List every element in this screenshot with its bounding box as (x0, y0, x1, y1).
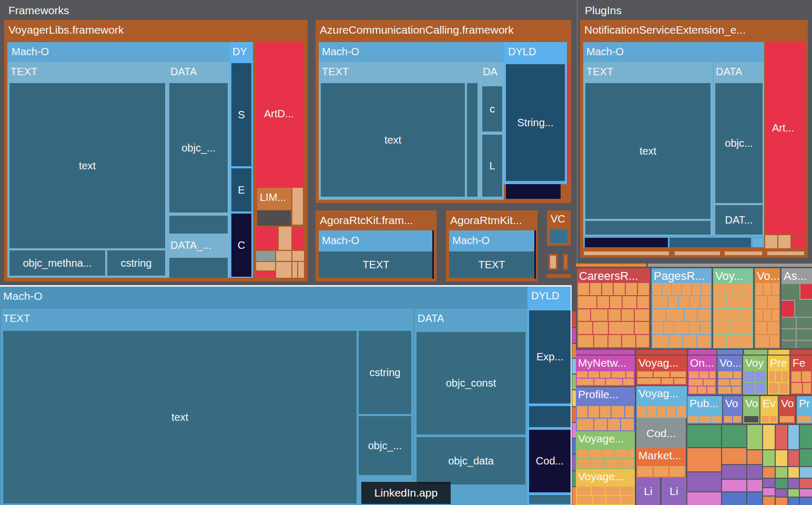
treemap-strip[interactable] (636, 350, 687, 355)
treemap-cell[interactable] (577, 487, 591, 495)
treemap-module[interactable]: Fe (790, 356, 812, 395)
treemap-cell[interactable] (578, 309, 590, 321)
treemap-cell[interactable] (711, 416, 721, 422)
treemap-cell[interactable] (699, 371, 709, 378)
treemap-cell[interactable] (590, 283, 601, 295)
treemap-cell[interactable] (590, 449, 601, 458)
treemap-cell[interactable] (622, 459, 634, 468)
treemap-node-plugin-text-seg[interactable]: text (585, 83, 710, 219)
treemap-node-agorartckit-text[interactable]: TEXT (319, 251, 433, 278)
treemap-cell[interactable] (606, 487, 620, 495)
treemap-cell[interactable] (788, 450, 799, 466)
treemap-cell[interactable] (770, 335, 779, 347)
treemap-cell[interactable] (762, 416, 769, 422)
treemap-cell[interactable] (722, 465, 746, 479)
treemap-cell[interactable] (672, 283, 681, 295)
treemap-strip[interactable] (717, 350, 743, 355)
treemap-cell[interactable] (608, 335, 621, 347)
treemap-cell[interactable] (769, 371, 775, 382)
treemap-node-app-objc-const[interactable]: objc_const (417, 332, 525, 435)
treemap-cell[interactable] (689, 371, 698, 378)
treemap-cell[interactable] (714, 296, 726, 308)
treemap-cell[interactable] (690, 322, 700, 334)
treemap-cell[interactable] (730, 309, 740, 321)
treemap-module[interactable]: Voyag... (636, 356, 687, 385)
treemap-cell[interactable] (577, 406, 587, 418)
treemap-cell[interactable] (622, 496, 634, 504)
treemap-cell[interactable] (626, 371, 634, 378)
treemap-strip[interactable] (768, 350, 789, 355)
treemap-cell[interactable] (800, 284, 812, 299)
treemap-node-app-objc-data[interactable]: objc_data (417, 437, 525, 484)
treemap-node-voyager-e[interactable]: E (231, 168, 251, 211)
treemap-cell[interactable] (653, 335, 668, 347)
treemap-strip[interactable] (572, 471, 576, 486)
treemap-strip[interactable] (576, 264, 646, 267)
treemap-cell[interactable] (606, 379, 622, 385)
treemap-cell[interactable] (697, 335, 710, 347)
treemap-strip[interactable] (648, 264, 812, 267)
treemap-cell[interactable] (718, 379, 729, 386)
treemap-module[interactable]: Market... (636, 448, 686, 478)
treemap-strip[interactable] (572, 407, 576, 422)
treemap-cell[interactable] (800, 449, 812, 466)
treemap-module[interactable]: Pub... (687, 396, 722, 423)
treemap-cell[interactable] (578, 283, 589, 295)
treemap-cell[interactable] (722, 425, 746, 447)
treemap-cell[interactable] (744, 283, 753, 295)
treemap-cell[interactable] (547, 274, 571, 278)
treemap-cell[interactable] (744, 383, 755, 393)
treemap-cell[interactable] (628, 449, 634, 458)
treemap-cell[interactable] (637, 466, 653, 477)
treemap-cell[interactable] (563, 254, 568, 270)
treemap-cell[interactable] (612, 406, 624, 418)
treemap-cell[interactable] (638, 283, 649, 295)
treemap-cell[interactable] (594, 379, 605, 385)
treemap-cell[interactable] (776, 425, 787, 449)
treemap-cell[interactable] (653, 309, 665, 321)
treemap-module[interactable]: Voy (743, 356, 767, 395)
treemap-strip[interactable] (572, 439, 576, 453)
treemap-node-voyager-data2-seg[interactable] (169, 258, 228, 278)
treemap-cell[interactable] (714, 335, 726, 347)
treemap-cell[interactable] (788, 467, 799, 478)
treemap-node-voyager-cstring[interactable]: cstring (107, 250, 165, 276)
treemap-cell[interactable] (722, 480, 746, 491)
treemap-cell[interactable] (687, 448, 721, 471)
treemap-cell[interactable] (653, 296, 667, 308)
treemap-cell[interactable] (776, 467, 787, 478)
treemap-node-app-text-seg[interactable]: text (3, 331, 357, 503)
treemap-module[interactable]: Voyage... (576, 431, 635, 469)
treemap-cell[interactable] (609, 322, 634, 334)
treemap-node-voyager-text-seg[interactable]: text (9, 83, 165, 248)
treemap-cell[interactable] (764, 283, 770, 295)
treemap-cell[interactable] (592, 459, 604, 468)
treemap-cell[interactable] (622, 335, 635, 347)
treemap-cell[interactable] (744, 371, 755, 382)
treemap-cell[interactable] (776, 489, 787, 497)
treemap-node-voyager-data-small[interactable] (169, 216, 228, 234)
treemap-cell[interactable] (702, 283, 710, 295)
treemap-cell[interactable] (788, 425, 799, 449)
treemap-module[interactable]: Vo... (755, 268, 780, 348)
treemap-cell[interactable] (707, 387, 715, 393)
treemap-cell[interactable] (791, 371, 801, 382)
treemap-cell[interactable] (727, 335, 739, 347)
treemap-cell[interactable] (577, 496, 592, 504)
treemap-strip[interactable] (790, 350, 812, 355)
treemap-cell[interactable] (637, 406, 646, 417)
treemap-node-app-dyld-small2[interactable] (529, 495, 571, 504)
treemap-strip[interactable] (572, 359, 576, 373)
treemap-cell[interactable] (577, 449, 588, 458)
treemap-cell[interactable] (608, 419, 621, 430)
treemap-cell[interactable] (698, 309, 710, 321)
treemap-module[interactable]: Li (636, 478, 660, 505)
treemap-cell[interactable] (689, 387, 697, 393)
treemap-node-plugin-dat[interactable]: DAT... (715, 205, 763, 235)
treemap-cell[interactable] (709, 371, 715, 378)
treemap-cell[interactable] (653, 322, 663, 334)
treemap-node-azure-l[interactable]: L (482, 135, 502, 197)
treemap-cell[interactable] (578, 322, 592, 334)
treemap-cell[interactable] (594, 335, 607, 347)
treemap-cell[interactable] (637, 378, 661, 384)
